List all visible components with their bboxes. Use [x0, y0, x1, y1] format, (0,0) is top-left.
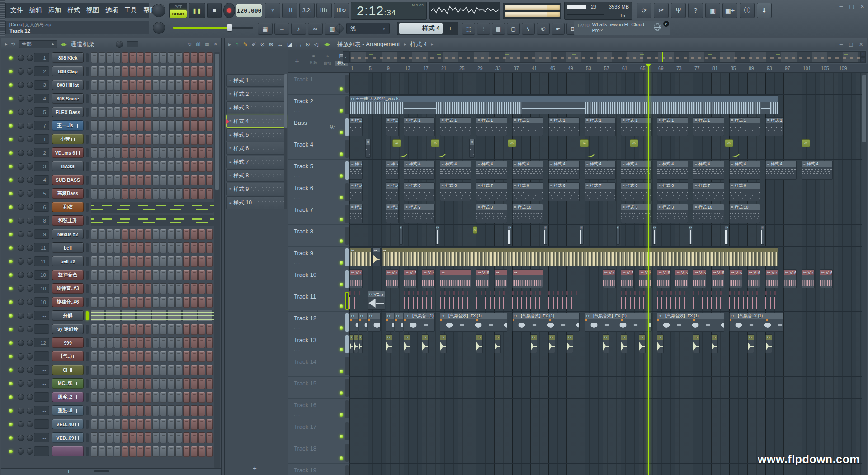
step-button[interactable] — [99, 419, 105, 430]
step-button[interactable] — [168, 405, 175, 416]
step-button[interactable] — [183, 161, 190, 172]
step-button[interactable] — [91, 175, 98, 185]
clip-hit[interactable]: ↦ — [639, 334, 646, 353]
step-button[interactable] — [129, 419, 136, 430]
step-button[interactable] — [152, 256, 159, 267]
step-button[interactable] — [122, 134, 128, 145]
step-button[interactable] — [129, 161, 136, 172]
step-button[interactable] — [122, 161, 128, 172]
step-button[interactable] — [198, 392, 205, 403]
clip-apink[interactable]: ↦V..s 6 — [603, 269, 616, 288]
channel-button-808 HiHat[interactable]: 808 HiHat — [52, 80, 84, 90]
channel-mute-led[interactable] — [9, 178, 13, 182]
channel-target-number[interactable]: 5 — [34, 107, 49, 117]
channel-button-MC..氛[interactable]: MC..氛 — [52, 378, 84, 389]
track-lane-8[interactable]: ↦↦∞↦↦↦↦↦↦↦↦ — [349, 225, 862, 247]
channel-button-旋律音..#3[interactable]: 旋律音..#3 — [52, 283, 84, 294]
channel-volume-knob[interactable] — [27, 163, 33, 170]
minimap-btn-1[interactable]: ▫ — [860, 57, 866, 63]
step-button[interactable] — [191, 365, 198, 375]
main-volume-knob[interactable] — [152, 4, 165, 17]
clip-apink[interactable]: ↦V..s 6 — [349, 269, 363, 288]
channel-mute-led[interactable] — [9, 138, 13, 141]
track-mute-led[interactable] — [340, 196, 343, 200]
step-button[interactable] — [129, 147, 136, 158]
step-button[interactable] — [152, 283, 159, 294]
channel-select-strip[interactable] — [86, 135, 89, 144]
step-button[interactable] — [114, 351, 121, 362]
step-button[interactable] — [122, 297, 128, 308]
track-header-Track-8[interactable]: Track 8··· — [288, 225, 349, 247]
channel-volume-knob[interactable] — [27, 218, 33, 224]
track-header-Track-5[interactable]: Track 5··· — [288, 160, 349, 181]
channel-target-number[interactable]: 1 — [34, 134, 49, 144]
step-button[interactable] — [191, 337, 198, 348]
clip-afx[interactable]: ↦【气氛音效】FX (1) — [657, 313, 724, 332]
step-button[interactable] — [206, 446, 213, 457]
support-icon[interactable]: ✆ — [537, 23, 550, 35]
pat-song-toggle[interactable]: PAT SONG — [169, 3, 187, 18]
channel-volume-knob[interactable] — [27, 272, 33, 278]
timeline-ruler[interactable]: 1591317212529333741454953576165697377818… — [349, 64, 868, 73]
step-button[interactable] — [122, 432, 128, 443]
step-button[interactable] — [91, 147, 98, 158]
pattern-item-6[interactable]: ≡样式 6 — [226, 142, 287, 155]
step-button[interactable] — [106, 324, 113, 335]
channel-mute-led[interactable] — [9, 395, 13, 399]
channel-mute-led[interactable] — [9, 314, 13, 318]
clip-pat[interactable]: ≡样式 1 — [548, 117, 580, 136]
step-button[interactable] — [145, 351, 151, 362]
step-button[interactable] — [129, 378, 136, 389]
step-button[interactable] — [129, 337, 136, 348]
step-button[interactable] — [183, 297, 190, 308]
channel-pan-knob[interactable] — [18, 218, 24, 224]
step-button[interactable] — [152, 242, 159, 253]
clip-apink[interactable]: ↦V..s 6 — [693, 269, 706, 288]
clip-hit[interactable]: ↦ — [530, 334, 537, 353]
clip-pat[interactable]: ≡样..4 — [386, 161, 399, 180]
countdown-icon[interactable]: 3.2. — [299, 3, 315, 18]
pattern-item-4[interactable]: ≡样式 4 — [226, 115, 287, 128]
step-button[interactable] — [183, 432, 190, 443]
clip-apink[interactable]: ↦V..s 6 — [422, 269, 435, 288]
step-button[interactable] — [137, 256, 144, 267]
channel-button-旋律音色[interactable]: 旋律音色 — [52, 270, 84, 280]
step-button[interactable] — [99, 378, 105, 389]
step-button[interactable] — [191, 405, 198, 416]
step-button[interactable] — [99, 120, 105, 131]
channel-volume-knob[interactable] — [27, 326, 33, 332]
step-button[interactable] — [114, 52, 121, 63]
clip-adecay[interactable]: ↦ — [372, 247, 381, 266]
step-button[interactable] — [106, 419, 113, 430]
channel-select-strip[interactable] — [86, 433, 89, 442]
step-button[interactable] — [91, 66, 98, 77]
step-button[interactable] — [122, 242, 128, 253]
step-button[interactable] — [122, 107, 128, 118]
step-button[interactable] — [137, 93, 144, 104]
step-button[interactable] — [160, 270, 167, 280]
step-button[interactable] — [183, 175, 190, 185]
save-icon[interactable]: ▣ — [705, 3, 720, 18]
channel-target-number[interactable]: -- — [34, 392, 49, 402]
clip-pat[interactable]: ≡样式 3 — [621, 204, 652, 223]
step-button[interactable] — [122, 351, 128, 362]
track-color-strip[interactable] — [345, 162, 349, 180]
clip-pat[interactable]: ≡样式 10 — [729, 204, 760, 223]
clip-auto[interactable]: ∞ — [392, 139, 401, 147]
oscilloscope[interactable] — [429, 2, 500, 20]
step-button[interactable] — [160, 188, 167, 199]
close-icon[interactable]: ✕ — [214, 42, 217, 47]
track-color-strip[interactable] — [345, 183, 349, 201]
step-button[interactable] — [206, 337, 213, 348]
clip-ticks[interactable] — [693, 291, 724, 310]
clip-pat[interactable]: ≡样式 1 — [404, 117, 435, 136]
step-button[interactable] — [198, 229, 205, 240]
step-button[interactable] — [99, 242, 105, 253]
channel-target-number[interactable]: 2 — [34, 66, 49, 76]
clip-apink[interactable]: ↦V..s 6 — [675, 269, 688, 288]
minimize-icon[interactable]: ─ — [840, 42, 843, 47]
track-lane-11[interactable]: ↦VE..s — [349, 290, 862, 312]
channel-mute-led[interactable] — [9, 273, 13, 277]
track-mute-led[interactable] — [340, 391, 343, 395]
channel-volume-knob[interactable] — [27, 299, 33, 305]
